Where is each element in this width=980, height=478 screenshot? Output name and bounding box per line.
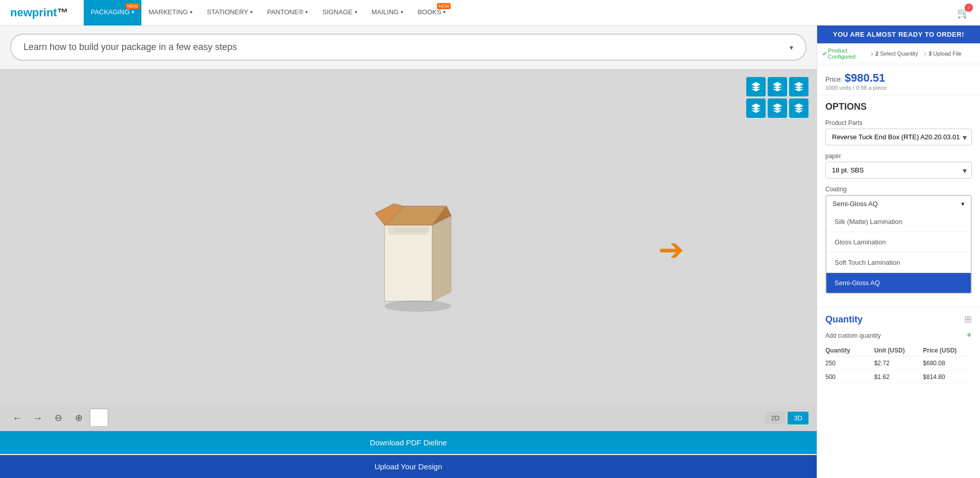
upload-design-button[interactable]: Upload Your Design (0, 455, 817, 478)
options-title: OPTIONS (825, 102, 972, 112)
order-step-2: 2 Select Quantity (875, 51, 922, 57)
price-label: Price: (825, 76, 842, 83)
price-section: Price: $980.51 1000 units / 0.98 a piece (817, 64, 980, 95)
product-parts-label: Product Parts (825, 119, 972, 127)
cube-angle1-icon (750, 103, 762, 114)
left-panel: Learn how to build your package in a few… (0, 26, 817, 478)
order-steps: ✔ Product Configured › 2 Select Quantity… (817, 43, 980, 64)
viewer-area: ➔ (0, 69, 817, 431)
qty-table-header: Quantity Unit (USD) Price (USD) (825, 345, 972, 357)
order-bar: YOU ARE ALMOST READY TO ORDER! (817, 26, 980, 43)
pantone-chevron-icon: ▾ (305, 9, 308, 15)
coating-dropdown-header[interactable]: Semi-Gloss AQ ▾ (826, 195, 971, 212)
view-2d-button[interactable]: 2D (765, 412, 786, 424)
qty-table-row[interactable]: 500 $1.62 $814.80 (825, 370, 972, 384)
step-separator-2: › (924, 49, 926, 58)
nav-item-pantone[interactable]: PANTONE® ▾ (260, 0, 315, 26)
product-parts-group: Product Parts Reverse Tuck End Box (RTE)… (825, 119, 972, 145)
logo-new: new (10, 6, 32, 19)
price-amount: $980.51 (845, 71, 886, 84)
view-angle2-button[interactable] (768, 98, 787, 118)
view-side-button[interactable] (789, 77, 808, 96)
svg-marker-0 (384, 225, 432, 301)
coating-group: Coating Semi-Gloss AQ ▾ Silk (Matte) Lam… (825, 186, 972, 294)
marketing-chevron-icon: ▾ (190, 9, 192, 15)
options-section: OPTIONS Product Parts Reverse Tuck End B… (817, 95, 980, 307)
svg-marker-1 (432, 216, 451, 301)
view-angle3-button[interactable] (789, 98, 808, 118)
coating-chevron-icon: ▾ (961, 200, 965, 208)
order-step-1: ✔ Product Configured (822, 47, 869, 60)
coating-dropdown: Semi-Gloss AQ ▾ Silk (Matte) Lamination … (825, 195, 972, 294)
navigation: newprint™ PACKAGING NEW ▾ MARKETING ▾ ST… (0, 0, 980, 26)
nav-item-mailing[interactable]: MAILING ▾ (364, 0, 410, 26)
step-separator-1: › (871, 49, 873, 58)
packaging-chevron-icon: ▾ (132, 9, 134, 15)
cube-side-icon (793, 81, 804, 92)
zoom-out-button[interactable]: ⊖ (49, 409, 67, 427)
next-button[interactable]: → (29, 409, 47, 427)
svg-marker-6 (387, 226, 430, 235)
add-custom-qty-button[interactable]: + (966, 330, 972, 341)
logo[interactable]: newprint™ (10, 6, 68, 19)
cart-icon[interactable]: 🛒 2 (957, 7, 970, 19)
cube-top-icon (772, 81, 783, 92)
quantity-grid-icon[interactable]: ⊞ (964, 314, 972, 325)
nav-item-signage[interactable]: SIGNAGE ▾ (315, 0, 364, 26)
right-panel: YOU ARE ALMOST READY TO ORDER! ✔ Product… (817, 26, 980, 478)
paper-select[interactable]: 18 pt. SBS (825, 162, 972, 179)
price-sub: 1000 units / 0.98 a piece (825, 85, 972, 91)
viewer-bottom-bar: ← → ⊖ ⊕ 2D 3D (0, 405, 817, 431)
view-angle1-button[interactable] (746, 98, 766, 118)
product-parts-wrapper: Reverse Tuck End Box (RTE) A20.20.03.01 (825, 129, 972, 145)
coating-option-silk[interactable]: Silk (Matte) Lamination (826, 212, 971, 232)
stationery-chevron-icon: ▾ (250, 9, 253, 15)
cube-angle2-icon (772, 103, 783, 114)
main-content: Learn how to build your package in a few… (0, 26, 980, 478)
paper-wrapper: 18 pt. SBS (825, 162, 972, 179)
coating-option-semi-gloss[interactable]: Semi-Gloss AQ (826, 273, 971, 293)
paper-group: paper 18 pt. SBS (825, 153, 972, 179)
steps-banner[interactable]: Learn how to build your package in a few… (10, 34, 806, 61)
books-chevron-icon: ▾ (443, 9, 446, 15)
steps-banner-chevron-icon: ▾ (790, 43, 793, 52)
cart-badge: 2 (965, 4, 973, 12)
view-front-button[interactable] (746, 77, 766, 96)
nav-item-packaging[interactable]: PACKAGING NEW ▾ (84, 0, 141, 26)
nav-items: PACKAGING NEW ▾ MARKETING ▾ STATIONERY ▾… (84, 0, 957, 26)
viewer-nav-buttons: ← → ⊖ ⊕ (8, 409, 108, 427)
quantity-header: Quantity ⊞ (825, 314, 972, 325)
arrow-indicator: ➔ (658, 235, 684, 265)
mailing-chevron-icon: ▾ (401, 9, 403, 15)
nav-item-stationery[interactable]: STATIONERY ▾ (200, 0, 260, 26)
color-swatch[interactable] (90, 409, 108, 427)
cube-front-icon (750, 81, 762, 92)
nav-right: 🛒 2 (957, 7, 970, 19)
download-dieline-button[interactable]: Download PDF Dieline (0, 431, 817, 454)
prev-button[interactable]: ← (8, 409, 27, 427)
nav-item-books[interactable]: BOOKS NEW ▾ (410, 0, 453, 26)
zoom-in-button[interactable]: ⊕ (69, 409, 88, 427)
viewer-controls-top (746, 77, 808, 118)
view-toggle: 2D 3D (765, 412, 808, 424)
quantity-title: Quantity (825, 314, 863, 325)
custom-qty-row: Add custom quantity + (825, 330, 972, 341)
order-step-3: 3 Upload File (928, 51, 975, 57)
steps-banner-text: Learn how to build your package in a few… (23, 42, 237, 53)
coating-selected-value: Semi-Gloss AQ (832, 200, 878, 208)
paper-label: paper (825, 153, 972, 160)
add-custom-qty-label: Add custom quantity (825, 332, 881, 339)
step-check-icon: ✔ (822, 51, 827, 57)
coating-option-gloss[interactable]: Gloss Lamination (826, 232, 971, 253)
cube-angle3-icon (793, 103, 804, 114)
view-3d-button[interactable]: 3D (788, 412, 808, 424)
qty-table-row[interactable]: 250 $2.72 $680.08 (825, 357, 972, 370)
coating-dropdown-list: Silk (Matte) Lamination Gloss Lamination… (826, 212, 971, 293)
quantity-section: Quantity ⊞ Add custom quantity + Quantit… (817, 307, 980, 390)
nav-item-marketing[interactable]: MARKETING ▾ (141, 0, 200, 26)
product-parts-select[interactable]: Reverse Tuck End Box (RTE) A20.20.03.01 (825, 129, 972, 145)
bottom-actions: Download PDF Dieline Upload Your Design (0, 431, 817, 478)
view-top-button[interactable] (768, 77, 787, 96)
coating-label: Coating (825, 186, 972, 193)
coating-option-soft[interactable]: Soft Touch Lamination (826, 253, 971, 273)
